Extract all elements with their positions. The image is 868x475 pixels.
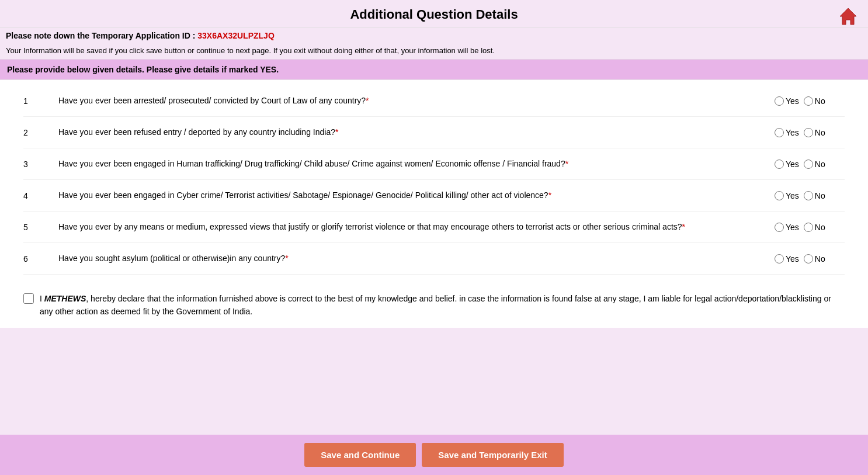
no-radio-2[interactable] xyxy=(804,128,813,137)
no-radio-1[interactable] xyxy=(804,96,813,106)
question-number-4: 4 xyxy=(23,191,58,200)
yes-option-4[interactable]: Yes xyxy=(775,191,799,200)
yes-option-5[interactable]: Yes xyxy=(775,223,799,232)
app-id-value: 33X6AX32ULPZLJQ xyxy=(197,31,275,40)
yes-label-4: Yes xyxy=(786,191,799,200)
instruction-bar: Please provide below given details. Plea… xyxy=(0,60,868,79)
question-text-5: Have you ever by any means or medium, ex… xyxy=(58,221,775,233)
yes-radio-2[interactable] xyxy=(775,128,784,137)
no-option-5[interactable]: No xyxy=(804,223,825,232)
question-number-5: 5 xyxy=(23,223,58,232)
radio-group-3: YesNo xyxy=(775,160,845,169)
question-row-4: 4Have you ever been engaged in Cyber cri… xyxy=(23,180,845,212)
radio-group-1: YesNo xyxy=(775,96,845,106)
yes-radio-3[interactable] xyxy=(775,160,784,169)
question-number-2: 2 xyxy=(23,128,58,137)
no-radio-6[interactable] xyxy=(804,254,813,263)
question-text-6: Have you sought asylum (political or oth… xyxy=(58,252,775,265)
no-label-3: No xyxy=(815,160,825,169)
no-label-6: No xyxy=(815,254,825,263)
yes-label-3: Yes xyxy=(786,160,799,169)
declaration-checkbox[interactable] xyxy=(23,293,34,304)
yes-label-5: Yes xyxy=(786,223,799,232)
no-option-1[interactable]: No xyxy=(804,96,825,106)
question-row-5: 5Have you ever by any means or medium, e… xyxy=(23,212,845,243)
app-id-bar: Please note down the Temporary Applicati… xyxy=(0,27,868,44)
question-text-1: Have you ever been arrested/ prosecuted/… xyxy=(58,95,775,107)
question-number-6: 6 xyxy=(23,254,58,263)
no-label-5: No xyxy=(815,223,825,232)
question-number-1: 1 xyxy=(23,96,58,106)
no-option-4[interactable]: No xyxy=(804,191,825,200)
no-label-2: No xyxy=(815,128,825,137)
svg-marker-0 xyxy=(840,8,856,25)
yes-radio-5[interactable] xyxy=(775,223,784,232)
no-label-1: No xyxy=(815,96,825,106)
no-radio-5[interactable] xyxy=(804,223,813,232)
app-id-label: Please note down the Temporary Applicati… xyxy=(6,31,195,40)
question-row-6: 6Have you sought asylum (political or ot… xyxy=(23,243,845,275)
radio-group-5: YesNo xyxy=(775,223,845,232)
save-exit-button[interactable]: Save and Temporarily Exit xyxy=(422,443,563,467)
no-option-3[interactable]: No xyxy=(804,160,825,169)
question-row-1: 1Have you ever been arrested/ prosecuted… xyxy=(23,85,845,117)
yes-label-6: Yes xyxy=(786,254,799,263)
declaration-text: I METHEWS, hereby declare that the infor… xyxy=(40,292,845,318)
declaration-text-after: , hereby declare that the information fu… xyxy=(40,294,831,316)
content-area: Please note down the Temporary Applicati… xyxy=(0,27,868,375)
yes-label-2: Yes xyxy=(786,128,799,137)
question-number-3: 3 xyxy=(23,160,58,169)
question-text-2: Have you ever been refused entry / depor… xyxy=(58,126,775,138)
radio-group-2: YesNo xyxy=(775,128,845,137)
yes-label-1: Yes xyxy=(786,96,799,106)
declaration-container: I METHEWS, hereby declare that the infor… xyxy=(23,292,845,318)
declaration-name: METHEWS xyxy=(44,294,86,303)
page-wrapper: Additional Question Details Please note … xyxy=(0,0,868,475)
footer-bar: Save and Continue Save and Temporarily E… xyxy=(0,435,868,475)
radio-group-6: YesNo xyxy=(775,254,845,263)
no-option-6[interactable]: No xyxy=(804,254,825,263)
yes-option-3[interactable]: Yes xyxy=(775,160,799,169)
page-header: Additional Question Details xyxy=(0,0,868,27)
no-label-4: No xyxy=(815,191,825,200)
no-radio-3[interactable] xyxy=(804,160,813,169)
yes-option-1[interactable]: Yes xyxy=(775,96,799,106)
radio-group-4: YesNo xyxy=(775,191,845,200)
home-icon[interactable] xyxy=(838,6,859,27)
declaration-section: I METHEWS, hereby declare that the infor… xyxy=(0,280,868,328)
question-row-2: 2Have you ever been refused entry / depo… xyxy=(23,117,845,148)
declaration-text-before: I xyxy=(40,294,44,303)
yes-radio-4[interactable] xyxy=(775,191,784,200)
yes-radio-1[interactable] xyxy=(775,96,784,106)
yes-option-6[interactable]: Yes xyxy=(775,254,799,263)
yes-option-2[interactable]: Yes xyxy=(775,128,799,137)
no-radio-4[interactable] xyxy=(804,191,813,200)
save-continue-button[interactable]: Save and Continue xyxy=(304,443,416,467)
yes-radio-6[interactable] xyxy=(775,254,784,263)
question-row-3: 3Have you ever been engaged in Human tra… xyxy=(23,148,845,180)
no-option-2[interactable]: No xyxy=(804,128,825,137)
info-text: Your Information will be saved if you cl… xyxy=(0,44,868,60)
questions-section: 1Have you ever been arrested/ prosecuted… xyxy=(0,79,868,280)
question-text-3: Have you ever been engaged in Human traf… xyxy=(58,158,775,170)
question-text-4: Have you ever been engaged in Cyber crim… xyxy=(58,189,775,202)
page-title: Additional Question Details xyxy=(23,7,845,22)
